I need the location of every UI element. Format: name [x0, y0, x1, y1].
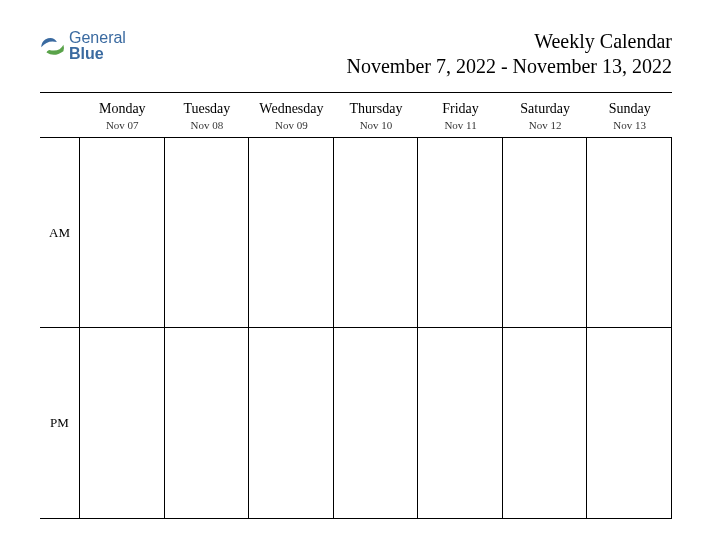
- day-date: Nov 11: [418, 119, 503, 131]
- day-date: Nov 12: [503, 119, 588, 131]
- title-block: Weekly Calendar November 7, 2022 - Novem…: [347, 30, 673, 78]
- page-title: Weekly Calendar: [347, 30, 673, 53]
- day-header: Tuesday Nov 08: [165, 101, 250, 131]
- day-name: Tuesday: [165, 101, 250, 117]
- day-header: Friday Nov 11: [418, 101, 503, 131]
- calendar-cell: [165, 328, 250, 518]
- logo-text: General Blue: [69, 30, 126, 62]
- day-name: Monday: [80, 101, 165, 117]
- day-name: Thursday: [334, 101, 419, 117]
- calendar-cell: [249, 328, 334, 518]
- day-headers: Monday Nov 07 Tuesday Nov 08 Wednesday N…: [40, 101, 672, 137]
- calendar-cell: [334, 328, 419, 518]
- day-date: Nov 07: [80, 119, 165, 131]
- calendar-cell: [80, 328, 165, 518]
- calendar-cell: [503, 138, 588, 328]
- calendar-cell: [165, 138, 250, 328]
- row-label-pm: PM: [40, 328, 80, 518]
- row-label-am: AM: [40, 138, 80, 328]
- calendar-cell: [80, 138, 165, 328]
- calendar-cell: [334, 138, 419, 328]
- calendar-cell: [418, 138, 503, 328]
- calendar-cell: [249, 138, 334, 328]
- day-header: Wednesday Nov 09: [249, 101, 334, 131]
- document-header: General Blue Weekly Calendar November 7,…: [40, 30, 672, 93]
- day-name: Saturday: [503, 101, 588, 117]
- day-name: Wednesday: [249, 101, 334, 117]
- day-date: Nov 13: [587, 119, 672, 131]
- day-name: Friday: [418, 101, 503, 117]
- calendar-cell: [587, 328, 672, 518]
- calendar-cell: [503, 328, 588, 518]
- day-date: Nov 09: [249, 119, 334, 131]
- day-header: Saturday Nov 12: [503, 101, 588, 131]
- date-range: November 7, 2022 - November 13, 2022: [347, 55, 673, 78]
- day-name: Sunday: [587, 101, 672, 117]
- day-date: Nov 08: [165, 119, 250, 131]
- day-header: Thursday Nov 10: [334, 101, 419, 131]
- calendar-cell: [418, 328, 503, 518]
- logo: General Blue: [40, 30, 126, 62]
- day-date: Nov 10: [334, 119, 419, 131]
- calendar-cell: [587, 138, 672, 328]
- logo-text-general: General: [69, 29, 126, 46]
- day-header: Sunday Nov 13: [587, 101, 672, 131]
- day-header: Monday Nov 07: [80, 101, 165, 131]
- globe-swoosh-icon: [40, 33, 66, 59]
- logo-text-blue: Blue: [69, 45, 104, 62]
- calendar-grid: AM PM: [40, 137, 672, 519]
- corner-spacer: [40, 101, 80, 131]
